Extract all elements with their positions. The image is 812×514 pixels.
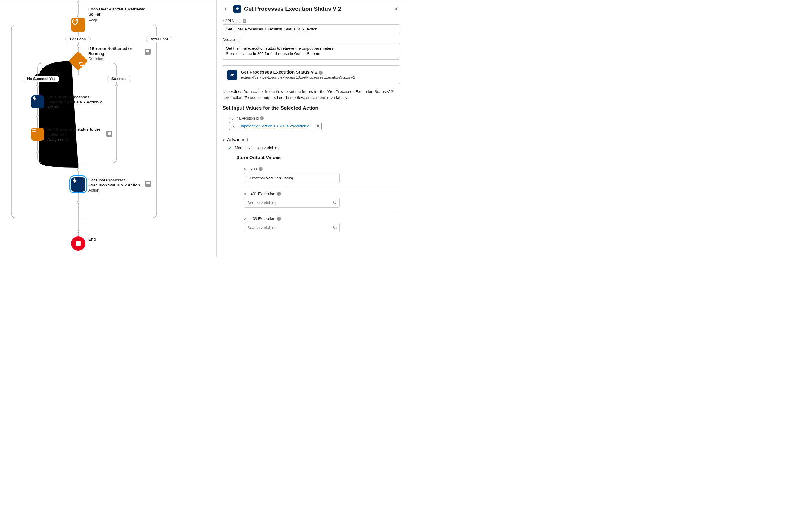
search-icon [333, 200, 337, 206]
output-200-input[interactable] [244, 173, 340, 183]
info-icon[interactable]: i [260, 116, 264, 120]
clear-icon[interactable]: ✕ [316, 124, 320, 128]
flow-node-action-current-status[interactable] [31, 95, 44, 109]
flow-node-decision[interactable] [71, 54, 85, 68]
lightning-icon [233, 5, 241, 13]
note-icon[interactable] [106, 131, 112, 137]
api-name-input[interactable] [223, 24, 400, 34]
info-icon[interactable]: i [319, 71, 323, 75]
output-row-401: >_ 401 Exception i [236, 188, 400, 212]
svg-point-1 [334, 226, 337, 228]
advanced-toggle[interactable]: ▾ Advanced [223, 137, 400, 143]
flow-node-loop-label: Loop Over All Status Retrieved So Far Lo… [88, 7, 151, 22]
search-icon [333, 225, 337, 230]
info-icon[interactable]: i [259, 167, 263, 171]
back-button[interactable] [223, 5, 230, 13]
output-row-200: >_ 200 i [236, 163, 400, 188]
flow-node-end-label: End [88, 237, 96, 242]
info-icon[interactable]: i [277, 217, 281, 221]
note-icon[interactable] [145, 181, 151, 187]
flow-node-loop[interactable] [71, 18, 85, 32]
flow-node-action-final-status[interactable] [71, 177, 85, 192]
execution-id-label: Aa *Execution Id i [229, 116, 400, 121]
info-icon[interactable]: i [277, 192, 281, 196]
output-403-input[interactable] [244, 223, 340, 232]
inputs-section-title: Set Input Values for the Selected Action [223, 105, 400, 111]
description-input[interactable] [223, 43, 400, 60]
note-icon[interactable] [145, 49, 151, 55]
edge-label-nosuccess: No Success Yet [23, 76, 59, 82]
edge-label-success: Success [107, 76, 131, 82]
action-help-text: Use values from earlier in the flow to s… [223, 89, 400, 101]
flow-node-action-current-status-label: Get Current Processes Execution Status V… [47, 95, 104, 110]
store-outputs-title: Store Output Values [236, 155, 400, 160]
info-icon[interactable]: i [242, 19, 246, 23]
output-row-403: >_ 403 Exception i [236, 212, 400, 237]
execution-id-input[interactable]: Aa …mpotent V 2 Action 1 > 201 > executi… [229, 122, 322, 130]
flow-node-assignment-label: Add the current status to the collection… [47, 127, 101, 142]
flow-node-action-final-status-label: Get Final Processes Execution Status V 2… [88, 178, 145, 193]
manual-assign-checkbox[interactable]: ✓ [228, 146, 232, 150]
flow-canvas[interactable]: Loop Over All Status Retrieved So Far Lo… [0, 0, 216, 257]
flow-node-end[interactable] [71, 236, 85, 251]
description-label: Description [223, 38, 400, 42]
manual-assign-label: Manually assign variables [235, 146, 279, 150]
panel-title: Get Processes Execution Status V 2 [244, 6, 389, 12]
api-name-label: *API Name i [223, 19, 400, 23]
close-button[interactable] [392, 5, 400, 13]
flow-node-decision-label: If Error or NotStarted or Running Decisi… [88, 46, 139, 62]
lightning-icon [227, 70, 237, 80]
output-401-input[interactable] [244, 198, 340, 208]
edge-label-foreach: For Each [65, 36, 90, 42]
svg-point-0 [334, 201, 337, 203]
selected-action-card: Get Processes Execution Status V 2 i ext… [223, 65, 400, 84]
chevron-down-icon: ▾ [223, 138, 225, 142]
property-panel: Get Processes Execution Status V 2 *API … [216, 0, 406, 257]
flow-node-assignment[interactable] [31, 127, 44, 141]
edge-label-afterlast: After Last [146, 36, 172, 42]
